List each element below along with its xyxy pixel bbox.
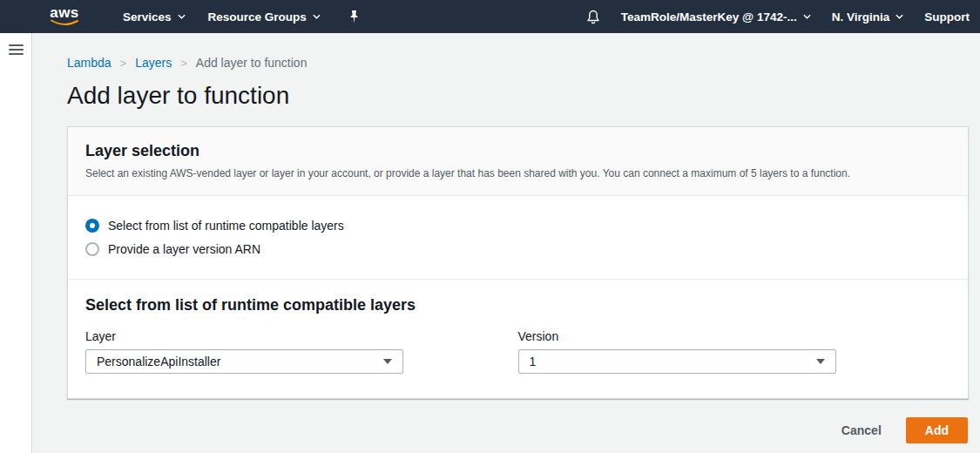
layer-field-label: Layer <box>85 329 518 343</box>
account-menu-label: TeamRole/MasterKey @ 1742-... <box>621 10 797 24</box>
version-select[interactable]: 1 <box>518 349 836 374</box>
breadcrumb-separator: > <box>120 57 127 70</box>
aws-smile-icon <box>50 19 79 27</box>
breadcrumb-current-page: Add layer to function <box>196 56 308 70</box>
radio-selected-icon[interactable] <box>85 219 99 233</box>
support-menu-label: Support <box>924 10 970 24</box>
radio-unselected-icon[interactable] <box>85 242 99 256</box>
pinned-shortcuts-button[interactable] <box>348 10 360 24</box>
notifications-button[interactable] <box>586 10 600 24</box>
layer-field: Layer PersonalizeApiInstaller <box>85 329 518 374</box>
aws-logo-text: aws <box>50 7 79 19</box>
aws-logo[interactable]: aws <box>50 7 79 27</box>
layer-select-value: PersonalizeApiInstaller <box>97 355 383 368</box>
layer-selection-card: Layer selection Select an existing AWS-v… <box>67 126 969 399</box>
breadcrumb-separator: > <box>180 57 187 70</box>
layer-select[interactable]: PersonalizeApiInstaller <box>85 349 403 374</box>
main-content: Lambda > Layers > Add layer to function … <box>33 33 980 453</box>
breadcrumb: Lambda > Layers > Add layer to function <box>67 56 969 70</box>
card-body: Select from list of runtime compatible l… <box>68 196 968 398</box>
breadcrumb-link-layers[interactable]: Layers <box>135 56 172 70</box>
chevron-down-icon <box>803 14 811 19</box>
region-menu-label: N. Virginia <box>832 10 890 24</box>
section-divider <box>68 279 968 280</box>
resource-groups-menu-label: Resource Groups <box>208 10 307 24</box>
card-title: Layer selection <box>85 142 950 160</box>
services-menu[interactable]: Services <box>123 10 186 24</box>
chevron-down-icon <box>313 14 321 19</box>
card-description: Select an existing AWS-vended layer or l… <box>85 166 950 181</box>
region-menu[interactable]: N. Virginia <box>832 10 904 24</box>
add-button[interactable]: Add <box>906 417 968 443</box>
chevron-down-icon <box>178 14 186 19</box>
version-select-value: 1 <box>530 355 816 368</box>
resource-groups-menu[interactable]: Resource Groups <box>208 10 321 24</box>
cancel-button[interactable]: Cancel <box>841 423 882 437</box>
hamburger-menu-icon[interactable] <box>9 44 24 55</box>
version-field-label: Version <box>518 329 951 343</box>
caret-down-icon <box>383 359 392 364</box>
account-menu[interactable]: TeamRole/MasterKey @ 1742-... <box>621 10 811 24</box>
radio-option-layer-arn[interactable]: Provide a layer version ARN <box>85 242 950 256</box>
card-header: Layer selection Select an existing AWS-v… <box>68 127 968 196</box>
radio-label: Select from list of runtime compatible l… <box>108 219 344 233</box>
radio-label: Provide a layer version ARN <box>108 242 260 256</box>
page-title: Add layer to function <box>67 82 969 110</box>
pushpin-icon <box>348 10 360 24</box>
form-actions: Cancel Add <box>67 417 969 443</box>
support-menu[interactable]: Support <box>924 10 970 24</box>
services-menu-label: Services <box>123 10 172 24</box>
left-sidebar-rail <box>0 33 32 453</box>
radio-option-runtime-compatible[interactable]: Select from list of runtime compatible l… <box>85 219 950 233</box>
top-navigation-bar: aws Services Resource Groups Tea <box>0 0 980 33</box>
version-field: Version 1 <box>518 329 951 374</box>
bell-icon <box>586 10 600 24</box>
chevron-down-icon <box>896 14 903 19</box>
field-row: Layer PersonalizeApiInstaller Version 1 <box>85 329 950 374</box>
section-title: Select from list of runtime compatible l… <box>85 296 950 314</box>
breadcrumb-link-lambda[interactable]: Lambda <box>67 56 112 70</box>
caret-down-icon <box>816 359 825 364</box>
